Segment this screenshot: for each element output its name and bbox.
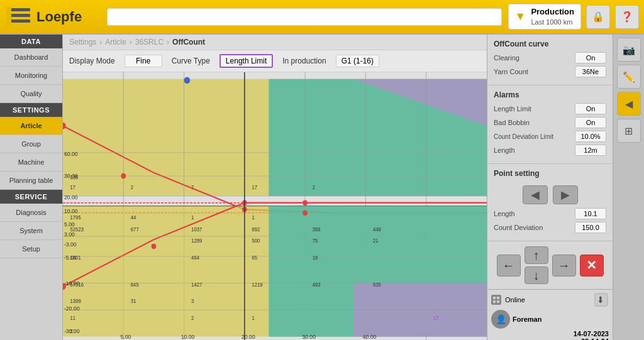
- nav-left-button[interactable]: ←: [497, 255, 521, 277]
- svg-text:20.00: 20.00: [64, 194, 78, 200]
- length-limit-row: Length Limit On: [494, 103, 606, 114]
- breadcrumb-sep1: ›: [99, 38, 102, 47]
- svg-text:500: 500: [252, 238, 260, 243]
- clearing-row: Clearing On: [494, 52, 606, 63]
- sidebar: DATA Dashboard Monitoring Quality SETTIN…: [0, 35, 63, 340]
- breadcrumb-36srlc[interactable]: 36SRLC: [135, 38, 164, 47]
- sidebar-section-data: DATA: [0, 35, 62, 48]
- breadcrumb-settings[interactable]: Settings: [69, 38, 96, 47]
- nav-up-button[interactable]: ↑: [525, 246, 548, 264]
- yarn-count-row: Yarn Count 36Ne: [494, 66, 606, 77]
- arrow-right-button[interactable]: ▶: [553, 185, 578, 204]
- right-panel: OffCount curve Clearing On Yarn Count 36…: [487, 35, 613, 340]
- user-row: 👤 Foreman: [491, 310, 609, 329]
- bad-bobbin-row: Bad Bobbin On: [494, 117, 606, 128]
- in-production-value[interactable]: G1 (1-16): [336, 55, 379, 67]
- svg-text:2: 2: [313, 185, 316, 190]
- breadcrumb-article[interactable]: Article: [105, 38, 126, 47]
- sidebar-item-monitoring[interactable]: Monitoring: [0, 67, 62, 85]
- display-mode-value[interactable]: Fine: [125, 55, 162, 67]
- far-icon-edit[interactable]: ✏️: [617, 65, 641, 89]
- svg-text:892: 892: [252, 227, 260, 233]
- svg-text:10.00: 10.00: [181, 333, 195, 339]
- sidebar-item-group[interactable]: Group: [0, 135, 62, 153]
- svg-text:57316: 57316: [70, 282, 84, 287]
- nav-right-button[interactable]: →: [552, 255, 576, 277]
- sidebar-item-article[interactable]: Article: [0, 117, 62, 135]
- length-limit-value[interactable]: On: [575, 103, 606, 114]
- nav-down-button[interactable]: ↓: [525, 266, 548, 284]
- svg-text:1: 1: [252, 315, 255, 321]
- length-point-value[interactable]: 10.1: [575, 208, 606, 219]
- svg-rect-93: [493, 300, 496, 303]
- far-icon-grid[interactable]: ⊞: [617, 119, 641, 143]
- svg-text:60.00: 60.00: [64, 151, 78, 157]
- logo-text: Loepfe: [36, 9, 82, 25]
- point-setting-arrows: ◀ ▶: [494, 182, 606, 208]
- production-badge: ▼ Production Last 1000 km: [508, 4, 581, 30]
- logo-area: Loepfe: [0, 0, 101, 33]
- svg-rect-91: [493, 297, 496, 299]
- yarn-count-label: Yarn Count: [494, 68, 528, 75]
- svg-text:75: 75: [313, 238, 318, 243]
- clearing-value[interactable]: On: [575, 52, 606, 63]
- logo-icon: [6, 6, 31, 28]
- search-input[interactable]: [107, 8, 502, 26]
- length-point-label: Length: [494, 210, 515, 217]
- in-production-label: In production: [282, 57, 326, 65]
- bad-bobbin-value[interactable]: On: [575, 117, 606, 128]
- svg-text:135: 135: [70, 175, 79, 180]
- curve-type-value[interactable]: Length Limit: [219, 54, 273, 68]
- svg-text:7: 7: [191, 185, 194, 190]
- count-dev-value[interactable]: 150.0: [575, 222, 606, 233]
- breadcrumb: Settings › Article › 36SRLC › OffCount: [63, 35, 487, 50]
- nav-cancel-button[interactable]: ✕: [580, 255, 604, 277]
- svg-text:1: 1: [252, 215, 255, 221]
- far-icon-camera[interactable]: 📷: [617, 38, 641, 62]
- svg-text:11: 11: [70, 315, 76, 321]
- count-dev-label: Count Deviation: [494, 224, 543, 231]
- count-dev-limit-value[interactable]: 10.0%: [575, 131, 606, 142]
- sidebar-item-system[interactable]: System: [0, 222, 62, 240]
- sidebar-item-quality[interactable]: Quality: [0, 85, 62, 103]
- breadcrumb-sep2: ›: [130, 38, 132, 47]
- count-dev-row: Count Deviation 150.0: [494, 222, 606, 233]
- svg-point-30: [303, 210, 308, 216]
- length-alarm-row: Length 12m: [494, 145, 606, 156]
- length-alarm-label: Length: [494, 146, 515, 154]
- production-title: Production: [531, 7, 574, 18]
- yarn-count-value[interactable]: 36Ne: [575, 66, 606, 77]
- user-label: Foreman: [513, 315, 541, 323]
- breadcrumb-offcount[interactable]: OffCount: [172, 38, 205, 47]
- sidebar-item-dashboard[interactable]: Dashboard: [0, 48, 62, 67]
- sidebar-item-setup[interactable]: Setup: [0, 240, 62, 258]
- far-icon-back[interactable]: ◀: [617, 92, 641, 116]
- svg-text:44: 44: [131, 215, 136, 221]
- lock-button[interactable]: 🔒: [586, 5, 610, 29]
- sidebar-item-diagnosis[interactable]: Diagnosis: [0, 204, 62, 222]
- download-icon[interactable]: ⬇: [594, 292, 609, 307]
- sidebar-item-planning-table[interactable]: Planning table: [0, 172, 62, 190]
- svg-rect-92: [497, 297, 499, 299]
- count-dev-limit-label: Count Deviation Limit: [494, 133, 553, 140]
- help-button[interactable]: ❓: [615, 5, 639, 29]
- svg-point-33: [152, 244, 157, 250]
- svg-text:17: 17: [70, 185, 76, 190]
- production-sub: Last 1000 km: [531, 18, 574, 26]
- sidebar-section-settings: SETTINGS: [0, 103, 62, 117]
- sidebar-item-machine[interactable]: Machine: [0, 153, 62, 172]
- svg-text:21: 21: [373, 238, 379, 243]
- curve-type-label: Curve Type: [172, 57, 210, 65]
- chart-svg: 60.00 30.00 20.00 10.00 5.00 3.00 -3.00 …: [63, 72, 487, 340]
- svg-text:635: 635: [373, 282, 381, 287]
- svg-text:2: 2: [191, 315, 194, 321]
- svg-point-28: [121, 173, 126, 179]
- svg-text:1037: 1037: [191, 227, 203, 233]
- offcount-title: OffCount curve: [494, 40, 606, 48]
- content: Settings › Article › 36SRLC › OffCount D…: [63, 35, 487, 340]
- length-alarm-value[interactable]: 12m: [575, 145, 606, 156]
- svg-text:65: 65: [252, 255, 257, 261]
- arrow-left-button[interactable]: ◀: [523, 185, 548, 204]
- clearing-label: Clearing: [494, 54, 519, 62]
- nav-arrows: ← ↑ ↓ → ✕: [487, 241, 613, 289]
